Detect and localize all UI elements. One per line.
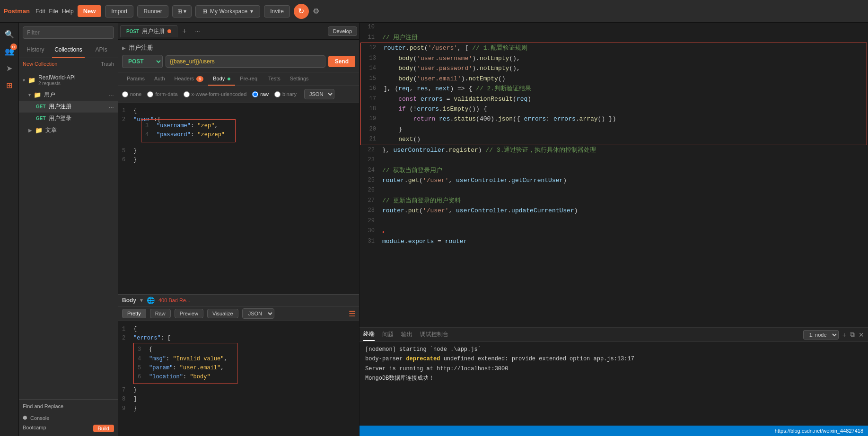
line-num: 5 xyxy=(122,147,130,156)
request-register[interactable]: GET 用户注册 ··· xyxy=(19,101,118,113)
chevron-down-icon[interactable]: ▾ xyxy=(140,297,143,304)
request-subtabs: Params Auth Headers 9 Body Pre-req. Test… xyxy=(118,72,359,86)
code-content: }, userController.register) // 3.通过验证，执行… xyxy=(382,145,596,155)
develop-button[interactable]: Develop xyxy=(328,26,357,36)
more-options-icon[interactable]: ··· xyxy=(108,91,114,99)
visualize-button[interactable]: Visualize xyxy=(207,309,238,318)
sidebar-actions: New Collection Trash xyxy=(19,58,118,70)
vs-line-27: 27 // 更新当前登录的用户资料 xyxy=(359,196,868,206)
vs-line-25: 25 router.get('/user', userController.ge… xyxy=(359,175,868,185)
line-num: 6 xyxy=(122,156,130,165)
invite-button[interactable]: Invite xyxy=(264,5,290,17)
expand-arrow[interactable]: ▶ xyxy=(122,45,126,51)
workspace-label: My Workspace xyxy=(210,8,247,15)
code-content: if (!errors.isEmpty()) { xyxy=(384,104,487,114)
filter-input[interactable] xyxy=(23,26,114,39)
globe-icon[interactable]: 🌐 xyxy=(147,296,155,304)
code-content: module.exports = router xyxy=(382,236,467,246)
close-terminal-icon[interactable]: ✕ xyxy=(859,331,864,339)
term-tab-terminal[interactable]: 终端 xyxy=(363,328,375,341)
send-icon[interactable]: ➤ xyxy=(2,61,17,76)
layout-switcher[interactable]: ⊞ ▾ xyxy=(172,5,192,17)
term-tab-problems[interactable]: 问题 xyxy=(382,329,394,340)
tab-name: 用户注册 xyxy=(142,27,165,35)
workspace-button[interactable]: ⊞ My Workspace ▾ xyxy=(195,5,260,17)
format-none[interactable]: none xyxy=(122,91,141,97)
term-line-1: [nodemon] starting `node .\app.js` xyxy=(365,345,862,354)
url-input[interactable] xyxy=(166,55,325,68)
align-icon[interactable]: ☰ xyxy=(349,309,355,318)
tab-auth[interactable]: Auth xyxy=(149,72,170,86)
settings-icon[interactable]: ⚙ xyxy=(313,7,319,16)
line-num: 30 xyxy=(359,226,382,236)
term-line-4: MongoDB数据库连接成功！ xyxy=(365,374,862,383)
bootcamp-section: Bootcamp Build xyxy=(19,423,118,436)
preview-button[interactable]: Preview xyxy=(175,309,203,318)
body-lang-select[interactable]: JSON Text XML xyxy=(304,89,334,99)
menu-help[interactable]: Help xyxy=(62,8,74,15)
tab-params[interactable]: Params xyxy=(122,72,149,86)
status-url: https://blog.csdn.net/weixin_44827418 xyxy=(775,428,863,434)
vs-line-16: 16 ], (req, res, next) => { // 2.判断验证结果 xyxy=(361,84,867,94)
term-actions: 1: node + ⧉ ✕ xyxy=(803,330,864,340)
code-content xyxy=(382,22,386,32)
split-terminal-icon[interactable]: ⧉ xyxy=(850,331,855,339)
menu-edit[interactable]: Edit xyxy=(35,8,45,15)
tab-tests[interactable]: Tests xyxy=(263,72,285,86)
add-terminal-icon[interactable]: + xyxy=(842,331,846,339)
new-button[interactable]: New xyxy=(78,5,102,17)
format-urlencoded[interactable]: x-www-form-urlencoded xyxy=(184,91,247,97)
runner-button[interactable]: Runner xyxy=(137,5,168,17)
search-icon[interactable]: 🔍 xyxy=(2,26,17,42)
tab-method-label: POST xyxy=(126,29,139,34)
build-button[interactable]: Build xyxy=(93,425,114,432)
tab-body[interactable]: Body xyxy=(208,72,235,86)
trash-button[interactable]: Trash xyxy=(101,61,114,67)
new-collection-button[interactable]: New Collection xyxy=(23,61,57,67)
collection-name: RealWorld-API xyxy=(38,74,76,81)
pretty-button[interactable]: Pretty xyxy=(122,309,146,318)
import-button[interactable]: Import xyxy=(105,5,133,17)
request-login[interactable]: GET 用户登录 xyxy=(19,113,118,124)
tab-collections[interactable]: Collections xyxy=(52,43,85,58)
folder-users[interactable]: ▾ 📁 用户 ··· xyxy=(19,89,118,101)
node-select[interactable]: 1: node xyxy=(803,330,839,340)
console-button[interactable]: ⬢ Console xyxy=(19,413,118,423)
grid-icon[interactable]: ⊞ xyxy=(2,78,17,93)
tab-settings[interactable]: Settings xyxy=(285,72,314,86)
chevron-down-icon: ▾ xyxy=(23,78,25,83)
more-icon[interactable]: ··· xyxy=(108,103,114,111)
request-tab-register[interactable]: POST 用户注册 xyxy=(120,25,177,37)
term-tab-debug[interactable]: 调试控制台 xyxy=(420,329,448,340)
format-form-data[interactable]: form-data xyxy=(147,91,177,97)
sync-button[interactable]: ↻ xyxy=(294,4,309,19)
term-line-2: body-parser deprecated undefined extende… xyxy=(365,354,862,364)
bootcamp-button[interactable]: Bootcamp xyxy=(23,425,46,432)
line-num: 10 xyxy=(359,22,382,32)
send-button[interactable]: Send xyxy=(328,56,355,67)
raw-button[interactable]: Raw xyxy=(150,309,171,318)
vs-line-28: 28 router.put('/user', userController.up… xyxy=(359,206,868,216)
line-num: 15 xyxy=(361,74,384,84)
format-raw[interactable]: raw xyxy=(252,91,269,97)
format-binary[interactable]: binary xyxy=(274,91,297,97)
terminal-tabs-bar: 终端 问题 输出 调试控制台 1: node + ⧉ ✕ xyxy=(359,328,868,342)
response-header-bar: Body ▾ 🌐 400 Bad Re... xyxy=(118,295,359,306)
resp-format-select[interactable]: JSON xyxy=(242,308,274,319)
tab-apis[interactable]: APIs xyxy=(85,43,118,58)
terminal-panel: 终端 问题 输出 调试控制台 1: node + ⧉ ✕ [nodemon] s… xyxy=(359,327,868,436)
collection-realworld[interactable]: ▾ 📁 RealWorld-API 2 requests xyxy=(19,71,118,89)
tab-add-button[interactable]: + xyxy=(178,27,190,35)
tab-history[interactable]: History xyxy=(19,43,52,58)
tab-headers[interactable]: Headers 9 xyxy=(170,72,209,86)
people-icon[interactable]: 👥 11 xyxy=(2,44,17,59)
method-select[interactable]: POST GET PUT DELETE xyxy=(122,55,163,68)
tab-prereq[interactable]: Pre-req. xyxy=(235,72,263,86)
vs-line-18: 18 if (!errors.isEmpty()) { xyxy=(361,104,867,114)
vs-line-20: 20 } xyxy=(361,124,867,134)
folder-articles[interactable]: ▶ 📁 文章 xyxy=(19,124,118,136)
tab-more-button[interactable]: ··· xyxy=(192,28,204,35)
term-tab-output[interactable]: 输出 xyxy=(401,329,412,340)
find-replace-button[interactable]: Find and Replace xyxy=(19,400,118,413)
menu-file[interactable]: File xyxy=(49,8,58,15)
